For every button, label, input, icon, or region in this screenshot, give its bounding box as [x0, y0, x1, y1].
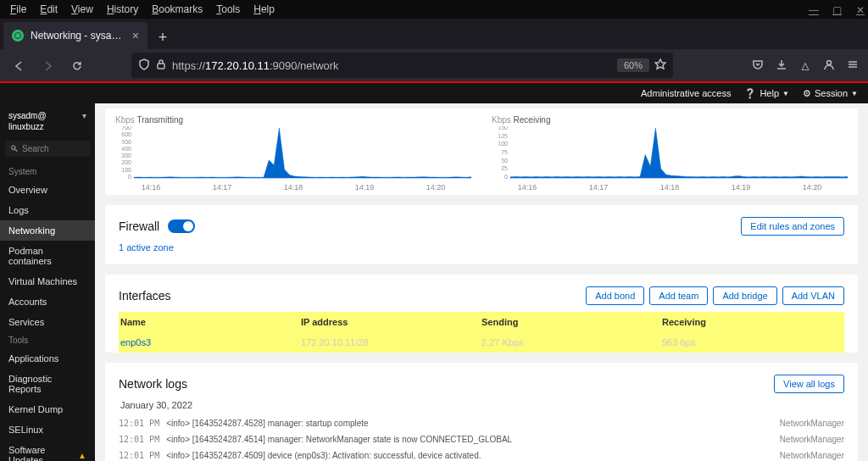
account-icon[interactable] [821, 58, 837, 73]
downloads-icon[interactable] [773, 58, 790, 73]
svg-text:0: 0 [504, 174, 508, 179]
nav-forward-button[interactable] [36, 53, 59, 77]
svg-text:400: 400 [121, 146, 131, 152]
table-row[interactable]: enp0s3172.20.10.11/282.27 Kbps963 bps [119, 332, 844, 353]
svg-point-1 [827, 60, 832, 64]
browser-tab[interactable]: Networking - sysadm@linuxbuz × [3, 22, 147, 49]
view-all-logs-button[interactable]: View all logs [774, 375, 844, 393]
active-zone-link[interactable]: 1 active zone [119, 242, 844, 253]
sidebar-search[interactable]: 🔍︎ Search [5, 141, 90, 157]
firewall-title: Firewall [119, 219, 159, 233]
menu-file[interactable]: File [3, 2, 33, 17]
network-logs-card: Network logs View all logs January 30, 2… [105, 363, 858, 461]
table-header: IP address [301, 317, 481, 327]
add-team-button[interactable]: Add team [649, 286, 708, 305]
menu-tools[interactable]: Tools [209, 2, 247, 17]
table-cell: 963 bps [662, 337, 843, 347]
sidebar-item-networking[interactable]: Networking [0, 220, 95, 241]
browser-tabbar: Networking - sysadm@linuxbuz × + [0, 19, 868, 49]
window-maximize-icon[interactable]: ▢ [826, 3, 839, 18]
nav-reload-button[interactable] [64, 53, 88, 77]
log-row[interactable]: 12:01 PM<info> [1643524287.4528] manager… [119, 415, 844, 431]
nav-back-button[interactable] [7, 53, 31, 77]
log-time: 12:01 PM [119, 451, 159, 460]
chart-receiving: Kbps Receiving 1501251007550250 14:1614:… [492, 115, 848, 192]
admin-access-label[interactable]: Administrative access [641, 88, 731, 98]
table-header: Sending [481, 317, 662, 327]
table-header: Receiving [662, 317, 843, 327]
sidebar-user[interactable]: sysadm@linuxbuzz ▾ [0, 103, 95, 139]
svg-text:700: 700 [121, 126, 131, 131]
help-icon: ❔ [744, 88, 756, 99]
table-cell: enp0s3 [120, 337, 301, 347]
menu-history[interactable]: History [100, 2, 145, 17]
svg-text:150: 150 [498, 126, 508, 131]
sidebar-item-software-updates[interactable]: Software Updates▲ [0, 440, 95, 461]
sidebar-item-accounts[interactable]: Accounts [0, 292, 95, 312]
add-bond-button[interactable]: Add bond [586, 286, 644, 305]
firewall-card: Firewall Edit rules and zones 1 active z… [105, 205, 858, 264]
svg-text:0: 0 [128, 174, 131, 179]
svg-text:75: 75 [501, 149, 508, 155]
app-menu-icon[interactable] [844, 58, 861, 73]
help-menu[interactable]: ❔Help ▼ [744, 88, 789, 99]
log-time: 12:01 PM [119, 419, 159, 428]
sidebar-item-logs[interactable]: Logs [0, 200, 95, 220]
sidebar-item-overview[interactable]: Overview [0, 180, 95, 200]
log-source: NetworkManager [780, 451, 844, 460]
charts-card: Kbps Transmitting 7006005004003002001000… [105, 108, 858, 195]
window-close-icon[interactable]: ✕ [849, 3, 863, 18]
window-menubar: File Edit View History Bookmarks Tools H… [0, 0, 868, 19]
tab-favicon-icon [12, 30, 24, 42]
svg-text:125: 125 [498, 133, 508, 139]
table-cell: 172.20.10.11/28 [301, 337, 481, 347]
url-bar[interactable]: https://172.20.10.11:9090/network 60% [131, 53, 673, 78]
sidebar-item-selinux[interactable]: SELinux [0, 419, 95, 440]
chevron-down-icon: ▾ [82, 110, 86, 121]
window-minimize-icon[interactable]: — [802, 3, 815, 18]
tab-close-icon[interactable]: × [132, 29, 139, 42]
menu-edit[interactable]: Edit [33, 2, 64, 17]
extension-icon[interactable]: △ [797, 58, 814, 73]
bookmark-star-icon[interactable] [654, 58, 666, 73]
shield-icon [138, 58, 150, 73]
browser-navbar: https://172.20.10.11:9090/network 60% △ [0, 49, 868, 81]
sidebar-heading-tools: Tools [0, 332, 95, 348]
svg-text:200: 200 [121, 159, 131, 165]
url-text: https://172.20.10.11:9090/network [172, 59, 612, 72]
search-icon: 🔍︎ [10, 144, 19, 153]
svg-text:100: 100 [498, 141, 508, 147]
log-row[interactable]: 12:01 PM<info> [1643524287.4514] manager… [119, 431, 844, 447]
sidebar-item-applications[interactable]: Applications [0, 348, 95, 369]
log-message: <info> [1643524287.4514] manager: Networ… [166, 435, 773, 444]
chart-transmitting: Kbps Transmitting 7006005004003002001000… [115, 115, 471, 192]
new-tab-button[interactable]: + [151, 25, 175, 49]
svg-text:300: 300 [121, 153, 131, 158]
session-menu[interactable]: ⚙Session ▼ [803, 88, 858, 99]
table-header: Name [120, 317, 301, 327]
edit-rules-button[interactable]: Edit rules and zones [741, 217, 844, 236]
sidebar-item-diagnostic-reports[interactable]: Diagnostic Reports [0, 369, 95, 399]
sidebar-item-virtual-machines[interactable]: Virtual Machines [0, 271, 95, 292]
sidebar-item-podman-containers[interactable]: Podman containers [0, 241, 95, 271]
menu-view[interactable]: View [64, 2, 100, 17]
add-vlan-button[interactable]: Add VLAN [782, 286, 844, 305]
sidebar: sysadm@linuxbuzz ▾ 🔍︎ Search System Over… [0, 103, 95, 461]
add-bridge-button[interactable]: Add bridge [713, 286, 776, 305]
svg-text:100: 100 [121, 167, 131, 173]
menu-help[interactable]: Help [247, 2, 281, 17]
sidebar-heading-system: System [0, 164, 95, 180]
svg-text:600: 600 [121, 131, 131, 137]
log-row[interactable]: 12:01 PM<info> [1643524287.4509] device … [119, 447, 844, 461]
table-cell: 2.27 Kbps [481, 337, 662, 347]
menu-bookmarks[interactable]: Bookmarks [145, 2, 209, 17]
content-area: Kbps Transmitting 7006005004003002001000… [95, 103, 868, 461]
sidebar-item-kernel-dump[interactable]: Kernel Dump [0, 399, 95, 419]
svg-text:50: 50 [501, 158, 508, 164]
svg-text:25: 25 [501, 165, 508, 171]
app-topbar: Administrative access ❔Help ▼ ⚙Session ▼ [0, 83, 868, 103]
pocket-icon[interactable] [749, 58, 766, 73]
zoom-badge[interactable]: 60% [617, 58, 649, 72]
firewall-toggle[interactable] [168, 219, 195, 233]
sidebar-item-services[interactable]: Services [0, 312, 95, 332]
